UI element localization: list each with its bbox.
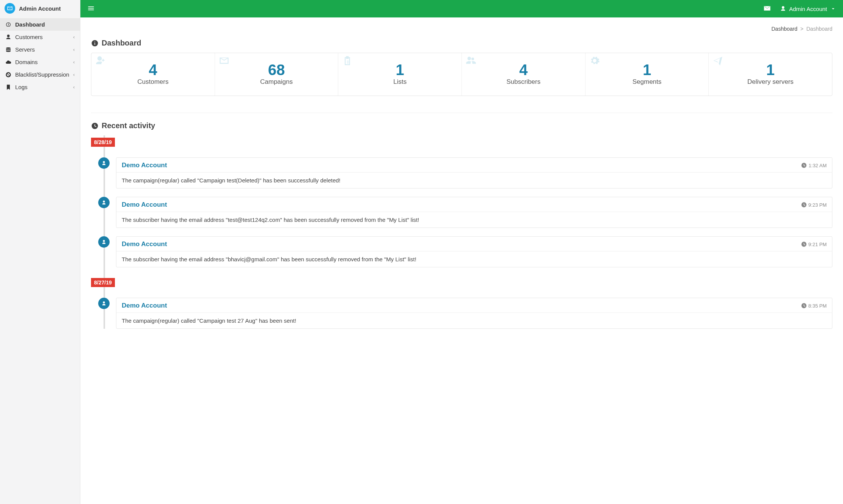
stat-label: Subscribers [466, 78, 581, 86]
sidebar-item-logs[interactable]: Logs‹ [0, 81, 80, 93]
clock-icon [801, 162, 807, 168]
activity-timeline: 8/28/19Demo Account 1:32 AMThe campaign(… [91, 135, 832, 329]
stat-subscribers[interactable]: 4Subscribers [462, 53, 586, 96]
dashboard-icon [5, 22, 11, 28]
timeline-date-badge: 8/28/19 [91, 138, 115, 147]
timeline-item: Demo Account 9:21 PMThe subscriber havin… [91, 236, 832, 267]
main: Admin Account Dashboard > Dashboard Dash… [80, 0, 843, 504]
paper-plane-icon [713, 55, 723, 67]
timeline-time: 8:35 PM [801, 303, 827, 309]
timeline-user-link[interactable]: Demo Account [122, 201, 167, 209]
timeline-time: 9:21 PM [801, 241, 827, 247]
clipboard-icon [342, 55, 353, 67]
user-plus-icon [95, 55, 106, 67]
stat-lists[interactable]: 1Lists [338, 53, 462, 96]
timeline-user-link[interactable]: Demo Account [122, 240, 167, 248]
content: Dashboard > Dashboard Dashboard 4Custome… [80, 17, 843, 345]
stat-value: 1 [713, 61, 828, 78]
timeline-card: Demo Account 8:35 PMThe campaign(regular… [116, 298, 832, 329]
timeline-user-link[interactable]: Demo Account [122, 302, 167, 309]
timeline-dot [98, 236, 110, 248]
chevron-left-icon: ‹ [73, 47, 75, 52]
sidebar-item-blacklist-suppression[interactable]: Blacklist/Suppression‹ [0, 68, 80, 81]
stat-value: 4 [466, 61, 581, 78]
breadcrumb-current: Dashboard [807, 26, 833, 32]
user-icon [5, 34, 11, 40]
timeline-card: Demo Account 9:23 PMThe subscriber havin… [116, 197, 832, 228]
timeline-text: The campaign(regular) called "Campaign t… [116, 313, 832, 328]
sidebar-item-customers[interactable]: Customers‹ [0, 31, 80, 43]
timeline-text: The subscriber having the email address … [116, 212, 832, 228]
hamburger-icon[interactable] [87, 5, 95, 13]
user-icon [780, 6, 786, 12]
user-menu[interactable]: Admin Account [780, 6, 836, 12]
timeline-item: Demo Account 9:23 PMThe subscriber havin… [91, 197, 832, 228]
topbar: Admin Account [80, 0, 843, 17]
stat-label: Lists [342, 78, 458, 86]
stat-customers[interactable]: 4Customers [91, 53, 215, 96]
chevron-left-icon: ‹ [73, 72, 75, 77]
clock-icon [801, 241, 807, 247]
bookmark-icon [5, 84, 11, 90]
timeline-dot [98, 298, 110, 309]
clock-icon [801, 303, 807, 309]
brand-logo [5, 3, 15, 14]
timeline-text: The subscriber having the email address … [116, 251, 832, 267]
chevron-left-icon: ‹ [73, 35, 75, 40]
timeline-time: 1:32 AM [801, 162, 827, 168]
stat-label: Customers [95, 78, 211, 86]
sidebar-item-label: Customers [15, 34, 43, 40]
timeline-item: Demo Account 1:32 AMThe campaign(regular… [91, 157, 832, 188]
server-icon [5, 47, 11, 53]
sidebar-item-servers[interactable]: Servers‹ [0, 43, 80, 56]
messages-icon[interactable] [763, 5, 771, 13]
stats-row: 4Customers68Campaigns1Lists4Subscribers1… [91, 53, 832, 96]
user-label: Admin Account [789, 6, 827, 12]
clock-icon [801, 202, 807, 208]
sidebar-title: Admin Account [19, 5, 61, 12]
timeline-user-link[interactable]: Demo Account [122, 162, 167, 169]
stat-campaigns[interactable]: 68Campaigns [215, 53, 339, 96]
sidebar-item-label: Logs [15, 84, 28, 90]
chevron-left-icon: ‹ [73, 60, 75, 65]
users-icon [466, 55, 476, 67]
gear-icon [589, 55, 600, 67]
timeline-text: The campaign(regular) called "Campaign t… [116, 173, 832, 188]
stat-segments[interactable]: 1Segments [586, 53, 709, 96]
stat-label: Delivery servers [713, 78, 828, 86]
stat-label: Segments [589, 78, 705, 86]
page-title: Dashboard [91, 39, 832, 47]
activity-title: Recent activity [91, 113, 832, 130]
cloud-icon [5, 59, 11, 65]
sidebar-item-label: Servers [15, 46, 35, 53]
sidebar-item-label: Blacklist/Suppression [15, 71, 69, 78]
sidebar-nav: DashboardCustomers‹Servers‹Domains‹Black… [0, 18, 80, 93]
timeline-dot [98, 197, 110, 208]
timeline-item: Demo Account 8:35 PMThe campaign(regular… [91, 298, 832, 329]
stat-value: 1 [589, 61, 705, 78]
timeline-card: Demo Account 9:21 PMThe subscriber havin… [116, 236, 832, 267]
envelope-open-icon [219, 55, 229, 67]
sidebar-item-domains[interactable]: Domains‹ [0, 56, 80, 68]
breadcrumb: Dashboard > Dashboard [91, 26, 832, 32]
timeline-dot [98, 157, 110, 169]
clock-icon [91, 122, 99, 130]
info-icon [91, 39, 99, 47]
stat-delivery-servers[interactable]: 1Delivery servers [709, 53, 832, 96]
stat-label: Campaigns [219, 78, 334, 86]
sidebar-header: Admin Account [0, 0, 80, 17]
timeline-time: 9:23 PM [801, 202, 827, 208]
sidebar-item-dashboard[interactable]: Dashboard [0, 18, 80, 31]
stat-value: 68 [219, 61, 334, 78]
timeline-date-badge: 8/27/19 [91, 278, 115, 287]
chevron-left-icon: ‹ [73, 85, 75, 90]
stat-value: 1 [342, 61, 458, 78]
timeline-card: Demo Account 1:32 AMThe campaign(regular… [116, 157, 832, 188]
stat-value: 4 [95, 61, 211, 78]
sidebar-item-label: Dashboard [15, 21, 45, 28]
caret-down-icon [830, 6, 836, 12]
ban-icon [5, 72, 11, 78]
breadcrumb-root[interactable]: Dashboard [771, 26, 797, 32]
sidebar-item-label: Domains [15, 59, 38, 65]
sidebar: Admin Account DashboardCustomers‹Servers… [0, 0, 80, 504]
